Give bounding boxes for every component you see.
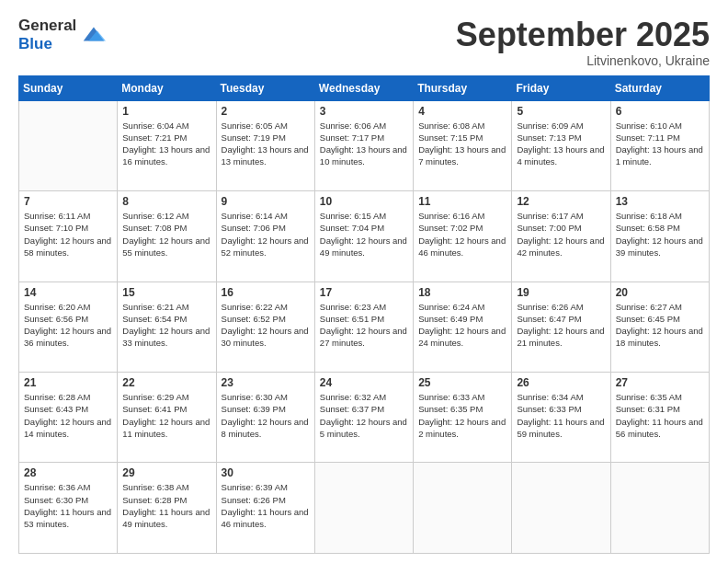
day-number: 2 [222, 105, 310, 118]
calendar-cell: 9Sunrise: 6:14 AM Sunset: 7:06 PM Daylig… [216, 191, 314, 282]
calendar-cell: 27Sunrise: 6:35 AM Sunset: 6:31 PM Dayli… [610, 373, 709, 463]
day-info: Sunrise: 6:32 AM Sunset: 6:37 PM Dayligh… [320, 391, 408, 440]
calendar-cell: 4Sunrise: 6:08 AM Sunset: 7:15 PM Daylig… [414, 100, 512, 190]
day-info: Sunrise: 6:04 AM Sunset: 7:21 PM Dayligh… [122, 120, 210, 168]
day-number: 17 [320, 286, 408, 299]
day-info: Sunrise: 6:28 AM Sunset: 6:43 PM Dayligh… [24, 391, 112, 440]
day-info: Sunrise: 6:23 AM Sunset: 6:51 PM Dayligh… [320, 301, 408, 350]
calendar-cell: 28Sunrise: 6:36 AM Sunset: 6:30 PM Dayli… [19, 463, 118, 554]
calendar-cell: 17Sunrise: 6:23 AM Sunset: 6:51 PM Dayli… [314, 282, 413, 372]
calendar-cell [512, 463, 610, 554]
month-title: September 2025 [456, 17, 710, 53]
day-number: 16 [222, 286, 310, 299]
calendar-cell: 5Sunrise: 6:09 AM Sunset: 7:13 PM Daylig… [512, 100, 610, 190]
col-wednesday: Wednesday [314, 75, 413, 100]
calendar-cell: 11Sunrise: 6:16 AM Sunset: 7:02 PM Dayli… [414, 191, 512, 282]
day-number: 11 [418, 195, 506, 208]
calendar-cell: 13Sunrise: 6:18 AM Sunset: 6:58 PM Dayli… [610, 191, 709, 282]
calendar: Sunday Monday Tuesday Wednesday Thursday… [18, 75, 710, 554]
calendar-cell: 12Sunrise: 6:17 AM Sunset: 7:00 PM Dayli… [512, 191, 610, 282]
day-info: Sunrise: 6:33 AM Sunset: 6:35 PM Dayligh… [418, 391, 506, 440]
day-number: 25 [418, 376, 506, 389]
day-info: Sunrise: 6:29 AM Sunset: 6:41 PM Dayligh… [122, 391, 210, 440]
day-info: Sunrise: 6:30 AM Sunset: 6:39 PM Dayligh… [222, 391, 310, 440]
calendar-cell: 19Sunrise: 6:26 AM Sunset: 6:47 PM Dayli… [512, 282, 610, 372]
calendar-cell: 6Sunrise: 6:10 AM Sunset: 7:11 PM Daylig… [610, 100, 709, 190]
calendar-week-1: 7Sunrise: 6:11 AM Sunset: 7:10 PM Daylig… [19, 191, 710, 282]
day-info: Sunrise: 6:36 AM Sunset: 6:30 PM Dayligh… [24, 481, 112, 530]
day-info: Sunrise: 6:35 AM Sunset: 6:31 PM Dayligh… [616, 391, 704, 440]
logo-general: General [18, 17, 76, 35]
day-number: 10 [320, 195, 408, 208]
calendar-cell: 24Sunrise: 6:32 AM Sunset: 6:37 PM Dayli… [314, 373, 413, 463]
calendar-week-0: 1Sunrise: 6:04 AM Sunset: 7:21 PM Daylig… [19, 100, 710, 190]
day-info: Sunrise: 6:21 AM Sunset: 6:54 PM Dayligh… [122, 301, 210, 350]
day-info: Sunrise: 6:17 AM Sunset: 7:00 PM Dayligh… [517, 210, 605, 259]
col-saturday: Saturday [610, 75, 709, 100]
title-block: September 2025 Litvinenkovo, Ukraine [456, 17, 710, 68]
day-number: 30 [222, 466, 310, 479]
day-number: 22 [122, 376, 210, 389]
day-info: Sunrise: 6:27 AM Sunset: 6:45 PM Dayligh… [616, 301, 704, 350]
day-number: 4 [418, 105, 506, 118]
day-info: Sunrise: 6:16 AM Sunset: 7:02 PM Dayligh… [418, 210, 506, 259]
calendar-cell: 3Sunrise: 6:06 AM Sunset: 7:17 PM Daylig… [314, 100, 413, 190]
calendar-cell: 1Sunrise: 6:04 AM Sunset: 7:21 PM Daylig… [118, 100, 216, 190]
day-number: 13 [616, 195, 704, 208]
calendar-cell: 2Sunrise: 6:05 AM Sunset: 7:19 PM Daylig… [216, 100, 314, 190]
logo-blue: Blue [18, 35, 76, 53]
calendar-cell: 23Sunrise: 6:30 AM Sunset: 6:39 PM Dayli… [216, 373, 314, 463]
logo: General Blue [18, 17, 106, 52]
calendar-cell: 26Sunrise: 6:34 AM Sunset: 6:33 PM Dayli… [512, 373, 610, 463]
calendar-cell: 10Sunrise: 6:15 AM Sunset: 7:04 PM Dayli… [314, 191, 413, 282]
calendar-cell: 14Sunrise: 6:20 AM Sunset: 6:56 PM Dayli… [19, 282, 118, 372]
day-info: Sunrise: 6:34 AM Sunset: 6:33 PM Dayligh… [517, 391, 605, 440]
calendar-cell: 8Sunrise: 6:12 AM Sunset: 7:08 PM Daylig… [118, 191, 216, 282]
day-number: 6 [616, 105, 704, 118]
day-number: 5 [517, 105, 605, 118]
day-number: 23 [222, 376, 310, 389]
day-number: 24 [320, 376, 408, 389]
day-number: 21 [24, 376, 112, 389]
calendar-header-row: Sunday Monday Tuesday Wednesday Thursday… [19, 75, 710, 100]
day-number: 18 [418, 286, 506, 299]
day-info: Sunrise: 6:14 AM Sunset: 7:06 PM Dayligh… [222, 210, 310, 259]
col-sunday: Sunday [19, 75, 118, 100]
calendar-cell [314, 463, 413, 554]
day-info: Sunrise: 6:38 AM Sunset: 6:28 PM Dayligh… [122, 481, 210, 530]
calendar-cell [610, 463, 709, 554]
day-number: 27 [616, 376, 704, 389]
calendar-week-2: 14Sunrise: 6:20 AM Sunset: 6:56 PM Dayli… [19, 282, 710, 372]
col-monday: Monday [118, 75, 216, 100]
logo-icon [80, 22, 106, 48]
calendar-week-4: 28Sunrise: 6:36 AM Sunset: 6:30 PM Dayli… [19, 463, 710, 554]
day-info: Sunrise: 6:22 AM Sunset: 6:52 PM Dayligh… [222, 301, 310, 350]
day-number: 8 [122, 195, 210, 208]
calendar-cell: 22Sunrise: 6:29 AM Sunset: 6:41 PM Dayli… [118, 373, 216, 463]
calendar-cell: 15Sunrise: 6:21 AM Sunset: 6:54 PM Dayli… [118, 282, 216, 372]
day-info: Sunrise: 6:11 AM Sunset: 7:10 PM Dayligh… [24, 210, 112, 259]
calendar-cell: 25Sunrise: 6:33 AM Sunset: 6:35 PM Dayli… [414, 373, 512, 463]
header: General Blue September 2025 Litvinenkovo… [18, 17, 710, 68]
day-number: 9 [222, 195, 310, 208]
day-number: 15 [122, 286, 210, 299]
day-number: 12 [517, 195, 605, 208]
day-info: Sunrise: 6:12 AM Sunset: 7:08 PM Dayligh… [122, 210, 210, 259]
day-info: Sunrise: 6:09 AM Sunset: 7:13 PM Dayligh… [517, 120, 605, 168]
calendar-cell [414, 463, 512, 554]
day-info: Sunrise: 6:15 AM Sunset: 7:04 PM Dayligh… [320, 210, 408, 259]
calendar-cell: 29Sunrise: 6:38 AM Sunset: 6:28 PM Dayli… [118, 463, 216, 554]
day-number: 19 [517, 286, 605, 299]
calendar-week-3: 21Sunrise: 6:28 AM Sunset: 6:43 PM Dayli… [19, 373, 710, 463]
day-info: Sunrise: 6:10 AM Sunset: 7:11 PM Dayligh… [616, 120, 704, 168]
day-number: 14 [24, 286, 112, 299]
day-info: Sunrise: 6:24 AM Sunset: 6:49 PM Dayligh… [418, 301, 506, 350]
calendar-cell: 21Sunrise: 6:28 AM Sunset: 6:43 PM Dayli… [19, 373, 118, 463]
day-number: 26 [517, 376, 605, 389]
day-info: Sunrise: 6:08 AM Sunset: 7:15 PM Dayligh… [418, 120, 506, 168]
day-info: Sunrise: 6:06 AM Sunset: 7:17 PM Dayligh… [320, 120, 408, 168]
col-friday: Friday [512, 75, 610, 100]
day-number: 29 [122, 466, 210, 479]
day-number: 1 [122, 105, 210, 118]
col-tuesday: Tuesday [216, 75, 314, 100]
